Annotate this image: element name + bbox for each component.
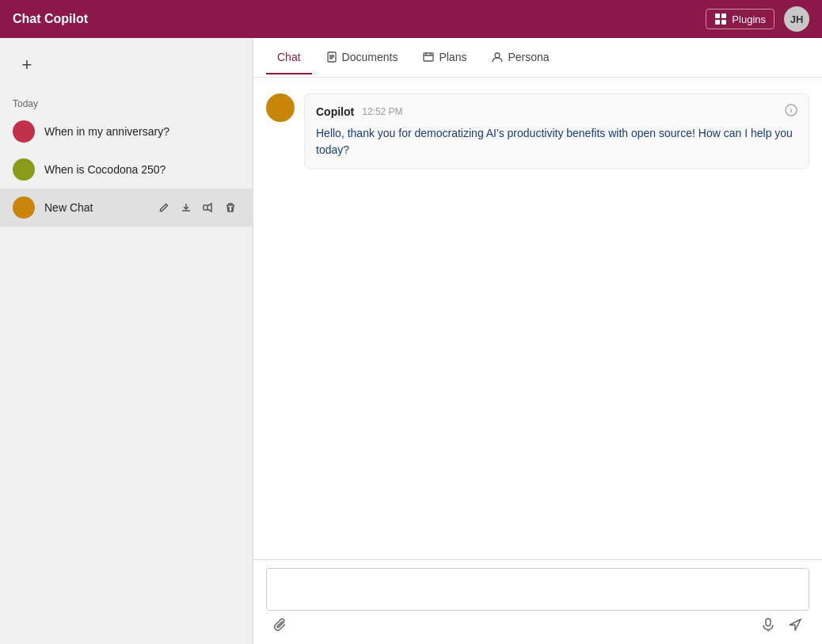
new-chat-button[interactable]: +	[13, 51, 41, 79]
plans-icon	[423, 51, 434, 63]
sidebar-section-label: Today	[0, 92, 253, 112]
plugins-icon	[714, 13, 727, 25]
svg-rect-2	[715, 20, 720, 25]
chat-input[interactable]	[267, 569, 809, 607]
download-chat-button[interactable]	[177, 198, 196, 217]
message-row: Copilot 12:52 PM Hello, thank you for de…	[266, 93, 809, 169]
plugins-button[interactable]: Plugins	[706, 9, 774, 29]
edit-icon	[158, 202, 169, 213]
edit-chat-button[interactable]	[154, 198, 173, 217]
chat-item-label: When is Cocodona 250?	[44, 163, 240, 176]
input-area	[253, 559, 822, 644]
svg-rect-4	[204, 205, 207, 210]
header-right: Plugins JH	[706, 6, 809, 32]
documents-icon	[326, 51, 337, 63]
chat-dot	[13, 158, 35, 181]
mic-icon	[761, 618, 775, 632]
message-info-icon[interactable]	[785, 104, 797, 119]
download-icon	[181, 202, 192, 213]
svg-rect-3	[721, 20, 726, 25]
new-chat-label: New Chat	[44, 201, 145, 214]
tab-chat-label: Chat	[277, 51, 301, 63]
message-sender: Copilot	[316, 105, 354, 118]
tab-documents[interactable]: Documents	[315, 41, 409, 74]
tab-plans[interactable]: Plans	[412, 41, 478, 74]
attach-button[interactable]	[269, 614, 291, 636]
chat-item-actions	[154, 198, 240, 217]
tab-persona[interactable]: Persona	[481, 41, 560, 74]
delete-chat-button[interactable]	[221, 198, 240, 217]
chat-dot	[13, 120, 35, 143]
svg-rect-1	[721, 13, 726, 18]
share-icon	[203, 202, 214, 213]
message-header: Copilot 12:52 PM	[316, 104, 797, 119]
sidebar: + Today When in my anniversary? When is …	[0, 38, 253, 644]
message-text: Hello, thank you for democratizing AI's …	[316, 125, 797, 158]
share-chat-button[interactable]	[199, 198, 218, 217]
attach-icon	[273, 618, 287, 632]
sidebar-header: +	[0, 38, 253, 92]
chat-list-item[interactable]: When in my anniversary?	[0, 112, 253, 151]
toolbar-left	[269, 614, 291, 636]
app-title: Chat Copilot	[13, 12, 88, 26]
main-layout: + Today When in my anniversary? When is …	[0, 38, 822, 644]
tab-bar: Chat Documents Plans	[253, 38, 822, 78]
svg-rect-6	[424, 53, 433, 61]
mic-button[interactable]	[757, 614, 779, 636]
app-header: Chat Copilot Plugins JH	[0, 0, 822, 38]
chat-list-item-active[interactable]: New Chat	[0, 189, 253, 227]
input-toolbar	[266, 611, 809, 636]
input-box-wrapper	[266, 568, 809, 611]
chat-dot	[13, 196, 35, 219]
content-area: Chat Documents Plans	[253, 38, 822, 644]
user-avatar[interactable]: JH	[784, 6, 809, 32]
svg-point-7	[495, 53, 500, 58]
svg-rect-0	[715, 13, 720, 18]
copilot-avatar	[266, 93, 295, 122]
message-bubble: Copilot 12:52 PM Hello, thank you for de…	[304, 93, 809, 169]
info-icon	[785, 104, 797, 116]
svg-rect-9	[766, 619, 771, 626]
chat-messages-area: Copilot 12:52 PM Hello, thank you for de…	[253, 78, 822, 559]
send-button[interactable]	[784, 614, 806, 636]
plugins-label: Plugins	[732, 13, 766, 25]
tab-chat[interactable]: Chat	[266, 41, 312, 74]
tab-persona-label: Persona	[508, 51, 549, 63]
chat-item-label: When in my anniversary?	[44, 125, 240, 138]
persona-icon	[492, 51, 503, 63]
chat-list-item[interactable]: When is Cocodona 250?	[0, 151, 253, 189]
message-time: 12:52 PM	[362, 106, 402, 117]
tab-documents-label: Documents	[342, 51, 398, 63]
chat-list: When in my anniversary? When is Cocodona…	[0, 112, 253, 227]
delete-icon	[225, 202, 236, 213]
tab-plans-label: Plans	[439, 51, 466, 63]
send-icon	[788, 618, 802, 632]
avatar-initials: JH	[790, 13, 804, 25]
toolbar-right	[757, 614, 806, 636]
